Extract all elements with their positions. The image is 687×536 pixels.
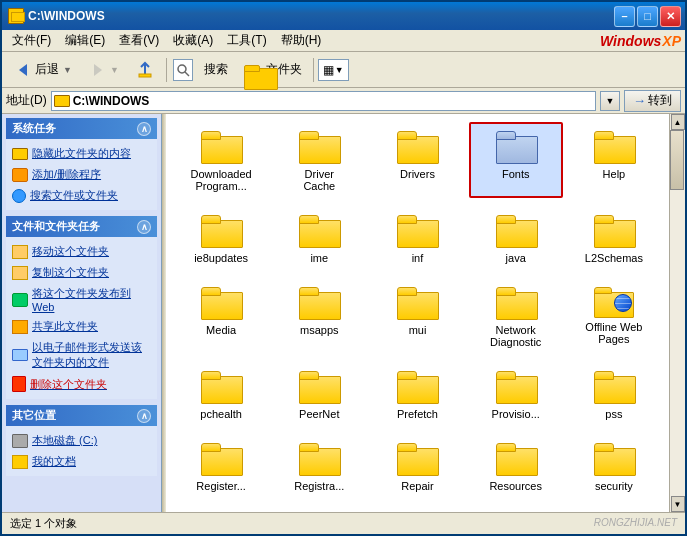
sidebar-item-hide[interactable]: 隐藏此文件夹的内容 [10,143,153,164]
file-item[interactable]: security [567,434,661,498]
address-input-wrap[interactable] [51,91,596,111]
file-item[interactable]: pchealth [174,362,268,426]
scroll-up-button[interactable]: ▲ [671,114,685,130]
drive-icon [12,434,28,448]
scroll-down-button[interactable]: ▼ [671,496,685,512]
sidebar-item-publish[interactable]: 将这个文件夹发布到 Web [10,283,153,316]
back-button[interactable]: 后退 ▼ [6,56,79,84]
folder-icon [496,440,536,477]
scroll-thumb[interactable] [670,130,684,190]
file-item[interactable]: Offline Web Pages [567,278,661,354]
address-input[interactable] [73,94,593,108]
file-item[interactable]: Network Diagnostic [469,278,563,354]
close-button[interactable]: ✕ [660,6,681,27]
search-button[interactable]: 搜索 [197,57,235,82]
sidebar-item-share[interactable]: 共享此文件夹 [10,316,153,337]
file-item[interactable]: Repair [370,434,464,498]
address-dropdown[interactable]: ▼ [600,91,620,111]
sidebar-header-system[interactable]: 系统任务 ∧ [6,118,157,139]
folder-icon [299,284,339,321]
file-item-name: Fonts [502,168,530,180]
folder-icon [397,128,437,165]
folder-icon [496,212,536,249]
file-item[interactable]: Provisio... [469,362,563,426]
folder-graphic [201,284,241,318]
file-area[interactable]: Downloaded Program...Driver CacheDrivers… [166,114,669,512]
file-item[interactable]: L2Schemas [567,206,661,270]
sidebar-item-hide-label: 隐藏此文件夹的内容 [32,146,131,161]
file-item[interactable]: Media [174,278,268,354]
maximize-button[interactable]: □ [637,6,658,27]
menu-view[interactable]: 查看(V) [113,30,165,51]
minimize-button[interactable]: – [614,6,635,27]
menu-tools[interactable]: 工具(T) [221,30,272,51]
forward-arrow-icon [88,60,108,80]
folder-graphic [594,440,634,474]
sidebar-item-add[interactable]: 添加/删除程序 [10,164,153,185]
file-item[interactable]: pss [567,362,661,426]
back-arrow-icon [13,60,33,80]
sidebar-item-add-label: 添加/删除程序 [32,167,101,182]
file-item-name: Register... [196,480,246,492]
menu-favorites[interactable]: 收藏(A) [167,30,219,51]
folders-button[interactable]: 文件夹 [237,56,309,84]
title-bar: C:\WINDOWS – □ ✕ [2,2,685,30]
file-item-name: java [506,252,526,264]
file-item[interactable]: Help [567,122,661,198]
folder-graphic [397,212,437,246]
address-bar: 地址(D) ▼ → 转到 [2,88,685,114]
file-item[interactable]: inf [370,206,464,270]
file-item[interactable]: ime [272,206,366,270]
file-item[interactable]: Prefetch [370,362,464,426]
sidebar-content-other: 本地磁盘 (C:) 我的文档 [6,426,157,476]
search-box[interactable] [173,59,193,81]
file-item-name: PeerNet [299,408,339,420]
file-item-name: pchealth [200,408,242,420]
sidebar-section-filetasks-title: 文件和文件夹任务 [12,219,100,234]
file-item[interactable]: Drivers [370,122,464,198]
up-button[interactable] [128,56,162,84]
svg-line-2 [185,72,189,76]
sidebar-item-docs[interactable]: 我的文档 [10,451,153,472]
file-item[interactable]: mui [370,278,464,354]
forward-button[interactable]: ▼ [81,56,126,84]
sidebar-header-other[interactable]: 其它位置 ∧ [6,405,157,426]
svg-rect-0 [139,74,151,77]
file-item-name: Provisio... [492,408,540,420]
file-item[interactable]: Register... [174,434,268,498]
sidebar-item-drive[interactable]: 本地磁盘 (C:) [10,430,153,451]
add-icon [12,168,28,182]
file-item[interactable]: PeerNet [272,362,366,426]
file-item[interactable]: Registra... [272,434,366,498]
folder-icon [594,128,634,165]
sidebar-item-move[interactable]: 移动这个文件夹 [10,241,153,262]
view-button[interactable]: ▦ ▼ [318,59,349,81]
menu-bar: 文件(F) 编辑(E) 查看(V) 收藏(A) 工具(T) 帮助(H) Wind… [2,30,685,52]
folder-icon [201,440,241,477]
file-item[interactable]: msapps [272,278,366,354]
file-item[interactable]: Fonts [469,122,563,198]
scrollbar[interactable]: ▲ ▼ [669,114,685,512]
folder-icon [201,284,241,321]
sidebar-header-filetasks[interactable]: 文件和文件夹任务 ∧ [6,216,157,237]
menu-edit[interactable]: 编辑(E) [59,30,111,51]
file-item[interactable]: java [469,206,563,270]
file-item[interactable]: Driver Cache [272,122,366,198]
sidebar-item-email[interactable]: 以电子邮件形式发送该文件夹内的文件 [10,337,153,373]
menu-help[interactable]: 帮助(H) [275,30,328,51]
folder-icon [299,212,339,249]
sidebar-item-delete[interactable]: 删除这个文件夹 [10,373,153,395]
collapse-icon-system: ∧ [137,122,151,136]
file-item[interactable]: Downloaded Program... [174,122,268,198]
sidebar-content-system: 隐藏此文件夹的内容 添加/删除程序 搜索文件或文件夹 [6,139,157,210]
folder-graphic [299,284,339,318]
go-button[interactable]: → 转到 [624,90,681,112]
folders-icon [244,60,264,80]
file-item[interactable]: Resources [469,434,563,498]
folder-graphic [397,284,437,318]
sidebar-item-search[interactable]: 搜索文件或文件夹 [10,185,153,206]
file-item[interactable]: ie8updates [174,206,268,270]
toolbar: 后退 ▼ ▼ 搜索 [2,52,685,88]
sidebar-item-copy[interactable]: 复制这个文件夹 [10,262,153,283]
menu-file[interactable]: 文件(F) [6,30,57,51]
